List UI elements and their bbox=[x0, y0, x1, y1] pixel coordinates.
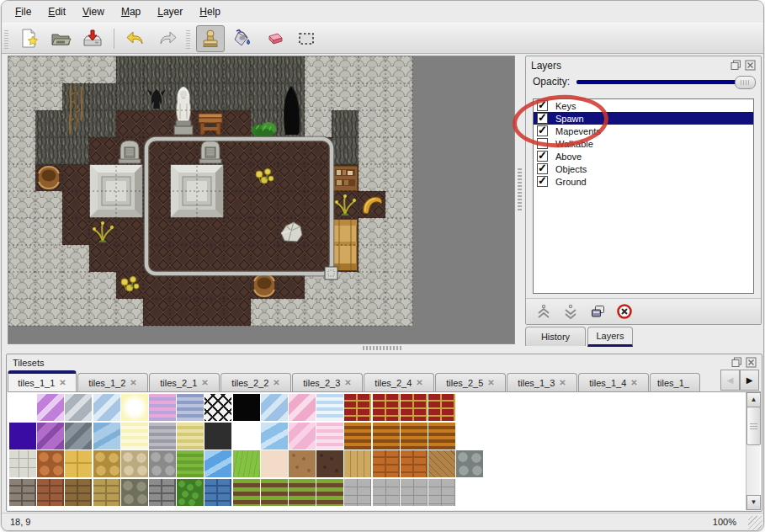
scrollbar-thumb[interactable] bbox=[746, 407, 761, 445]
tileset-tile[interactable] bbox=[233, 450, 260, 477]
open-map-button[interactable] bbox=[46, 25, 75, 52]
duplicate-layer-button[interactable] bbox=[587, 301, 608, 322]
layer-row-above[interactable]: Above bbox=[534, 150, 753, 162]
tileset-tile[interactable] bbox=[344, 479, 371, 506]
tileset-tile[interactable] bbox=[65, 450, 92, 477]
tileset-tile[interactable] bbox=[344, 423, 371, 450]
tileset-tab-tiles_2_5[interactable]: tiles_2_5✕ bbox=[435, 373, 506, 391]
opacity-slider[interactable] bbox=[576, 80, 754, 84]
tileset-tab-tiles_1_3[interactable]: tiles_1_3✕ bbox=[507, 373, 577, 391]
dock-tab-history[interactable]: History bbox=[525, 327, 586, 346]
tileset-tile[interactable] bbox=[344, 450, 371, 477]
tileset-tile[interactable] bbox=[65, 394, 92, 421]
tileset-tile[interactable] bbox=[316, 423, 343, 450]
tileset-tile[interactable] bbox=[93, 479, 120, 506]
stamp-tool-button[interactable] bbox=[196, 25, 225, 52]
tileset-tile[interactable] bbox=[289, 423, 316, 450]
tileset-tile[interactable] bbox=[37, 479, 64, 506]
tileset-tile[interactable] bbox=[177, 450, 204, 477]
tileset-tile[interactable] bbox=[205, 394, 231, 421]
tileset-tile[interactable] bbox=[149, 423, 176, 450]
tileset-tile[interactable] bbox=[428, 450, 455, 477]
tileset-tile[interactable] bbox=[373, 479, 400, 506]
layer-visibility-checkbox[interactable] bbox=[537, 151, 548, 162]
delete-layer-button[interactable] bbox=[614, 301, 635, 322]
undo-button[interactable] bbox=[121, 25, 150, 52]
tileset-tile[interactable] bbox=[9, 394, 36, 421]
tileset-tile[interactable] bbox=[205, 450, 231, 477]
vertical-splitter[interactable] bbox=[518, 167, 522, 210]
fill-tool-button[interactable] bbox=[228, 25, 257, 52]
close-tab-icon[interactable]: ✕ bbox=[416, 378, 422, 387]
eraser-tool-button[interactable] bbox=[260, 25, 289, 52]
raise-layer-button[interactable] bbox=[533, 301, 555, 322]
menu-help[interactable]: Help bbox=[191, 3, 229, 20]
tileset-tab-tiles_2_3[interactable]: tiles_2_3✕ bbox=[292, 373, 363, 391]
scroll-tabs-left-button[interactable]: ◀ bbox=[720, 370, 740, 391]
tileset-tile[interactable] bbox=[233, 479, 260, 506]
tileset-tile[interactable] bbox=[373, 394, 400, 421]
tileset-tile[interactable] bbox=[177, 394, 204, 421]
tileset-tab-tiles_1[interactable]: tiles_1_ bbox=[650, 373, 700, 391]
close-tab-icon[interactable]: ✕ bbox=[630, 378, 637, 387]
rect-select-tool-button[interactable] bbox=[292, 25, 321, 52]
tileset-tile[interactable] bbox=[401, 394, 428, 421]
tileset-tile[interactable] bbox=[9, 423, 36, 450]
layer-visibility-checkbox[interactable] bbox=[537, 113, 548, 124]
tileset-tile[interactable] bbox=[316, 394, 343, 421]
tileset-tile[interactable] bbox=[428, 423, 455, 450]
tileset-tile[interactable] bbox=[401, 479, 428, 506]
tileset-tile[interactable] bbox=[233, 423, 260, 450]
float-panel-icon[interactable] bbox=[730, 60, 741, 71]
resize-grip[interactable] bbox=[748, 516, 762, 530]
float-panel-icon[interactable] bbox=[731, 357, 742, 368]
tileset-tile[interactable] bbox=[289, 394, 316, 421]
layer-row-spawn[interactable]: Spawn bbox=[534, 112, 753, 125]
tileset-tile[interactable] bbox=[289, 479, 316, 506]
opacity-slider-handle[interactable] bbox=[735, 76, 756, 89]
tileset-tile[interactable] bbox=[65, 423, 92, 450]
layer-row-ground[interactable]: Ground bbox=[534, 175, 753, 188]
tileset-tab-tiles_1_1[interactable]: tiles_1_1✕ bbox=[8, 370, 77, 391]
tileset-tile[interactable] bbox=[428, 394, 455, 421]
horizontal-splitter[interactable] bbox=[363, 346, 401, 350]
tileset-tile[interactable] bbox=[401, 450, 428, 477]
layer-row-keys[interactable]: Keys bbox=[534, 99, 753, 112]
tileset-tile[interactable] bbox=[177, 423, 204, 450]
tileset-tile[interactable] bbox=[456, 450, 483, 477]
menu-map[interactable]: Map bbox=[113, 3, 149, 20]
tileset-tile[interactable] bbox=[205, 479, 231, 506]
tileset-tile[interactable] bbox=[373, 423, 400, 450]
close-tab-icon[interactable]: ✕ bbox=[130, 378, 136, 387]
tileset-tile[interactable] bbox=[261, 479, 288, 506]
tileset-tab-tiles_1_4[interactable]: tiles_1_4✕ bbox=[578, 373, 649, 391]
toolbar-grip[interactable] bbox=[186, 29, 190, 49]
tileset-tile[interactable] bbox=[121, 423, 148, 450]
tileset-tile[interactable] bbox=[9, 479, 36, 506]
tileset-tile[interactable] bbox=[177, 479, 204, 506]
tileset-tile[interactable] bbox=[428, 479, 455, 506]
tileset-tile[interactable] bbox=[37, 423, 64, 450]
close-tab-icon[interactable]: ✕ bbox=[344, 378, 351, 387]
tileset-tile[interactable] bbox=[93, 423, 120, 450]
menu-view[interactable]: View bbox=[74, 3, 113, 20]
scroll-down-button[interactable]: ▼ bbox=[746, 495, 761, 510]
menu-file[interactable]: File bbox=[7, 3, 40, 20]
close-panel-icon[interactable] bbox=[745, 60, 756, 71]
close-panel-icon[interactable] bbox=[746, 357, 757, 368]
tileset-tile[interactable] bbox=[233, 394, 260, 421]
tileset-tile[interactable] bbox=[289, 450, 316, 477]
tileset-tile[interactable] bbox=[121, 394, 148, 421]
tileset-tile[interactable] bbox=[316, 450, 343, 477]
tileset-tile[interactable] bbox=[373, 450, 400, 477]
tileset-tile[interactable] bbox=[401, 423, 428, 450]
lower-layer-button[interactable] bbox=[560, 301, 582, 322]
tileset-tab-tiles_2_1[interactable]: tiles_2_1✕ bbox=[149, 373, 220, 391]
dock-tab-layers[interactable]: Layers bbox=[587, 327, 633, 347]
tileset-tile[interactable] bbox=[9, 450, 36, 477]
tileset-tile[interactable] bbox=[121, 479, 148, 506]
tileset-tile[interactable] bbox=[149, 450, 176, 477]
tileset-tab-tiles_1_2[interactable]: tiles_1_2✕ bbox=[77, 373, 148, 391]
tileset-tile[interactable] bbox=[261, 450, 288, 477]
save-map-button[interactable] bbox=[78, 25, 107, 52]
